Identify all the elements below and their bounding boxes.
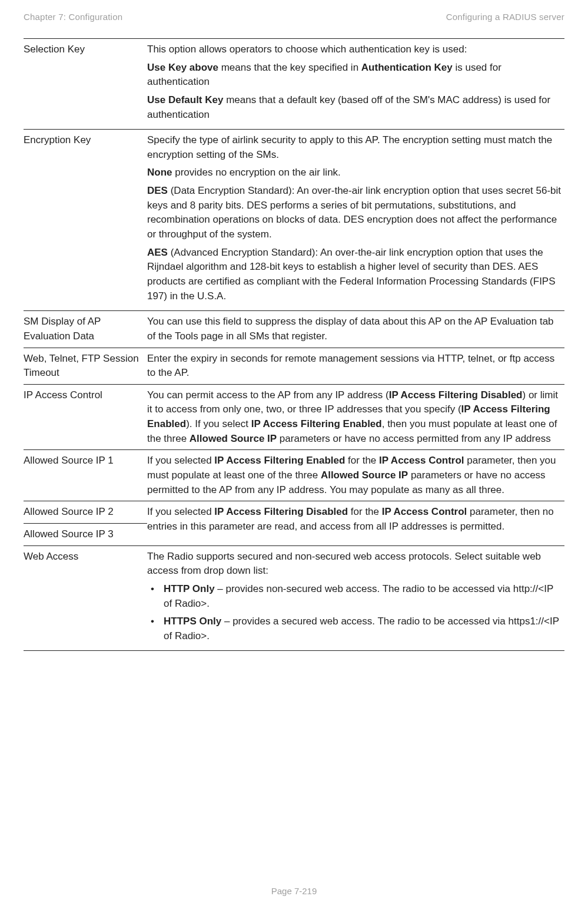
text: – provides a secured web access. The rad… bbox=[164, 616, 559, 641]
bold: IP Access Filtering Disabled bbox=[389, 389, 523, 401]
text: Use Default Key means that a default key… bbox=[147, 93, 562, 122]
page-footer: Page 7-219 bbox=[0, 886, 588, 896]
text: None provides no encryption on the air l… bbox=[147, 166, 562, 180]
text: Use Key above means that the key specifi… bbox=[147, 61, 562, 90]
bold: AES bbox=[147, 247, 168, 258]
desc-selection-key: This option allows operators to choose w… bbox=[147, 39, 564, 130]
page-header: Chapter 7: Configuration Configuring a R… bbox=[24, 12, 564, 22]
label-allowed-2: Allowed Source IP 2 bbox=[24, 501, 147, 524]
row-allowed-1: Allowed Source IP 1 If you selected IP A… bbox=[24, 450, 564, 501]
bold: IP Access Filtering Disabled bbox=[214, 506, 348, 517]
bold: None bbox=[147, 167, 172, 178]
bold: Allowed Source IP bbox=[190, 433, 277, 444]
bold: DES bbox=[147, 185, 168, 196]
text: for the bbox=[345, 455, 379, 466]
text: means that the key specified in bbox=[218, 62, 361, 73]
bold: Allowed Source IP bbox=[321, 469, 408, 481]
desc-session-timeout: Enter the expiry in seconds for remote m… bbox=[147, 348, 564, 384]
desc-encryption-key: Specify the type of airlink security to … bbox=[147, 130, 564, 311]
text: Specify the type of airlink security to … bbox=[147, 133, 562, 162]
bold: IP Access Filtering Enabled bbox=[214, 455, 345, 466]
bold: HTTP Only bbox=[164, 583, 215, 594]
desc-sm-display: You can use this field to suppress the d… bbox=[147, 311, 564, 348]
row-allowed-2: Allowed Source IP 2 If you selected IP A… bbox=[24, 501, 564, 524]
text: ). If you select bbox=[186, 418, 251, 429]
bullet-list: HTTP Only – provides non-secured web acc… bbox=[147, 582, 562, 644]
text: provides no encryption on the air link. bbox=[172, 167, 341, 178]
list-item: HTTP Only – provides non-secured web acc… bbox=[147, 582, 562, 611]
text: DES (Data Encryption Standard): An over-… bbox=[147, 184, 562, 242]
bold: Use Default Key bbox=[147, 94, 223, 105]
text: parameters or have no access permitted f… bbox=[277, 433, 551, 444]
row-ip-access: IP Access Control You can permit access … bbox=[24, 384, 564, 450]
header-left: Chapter 7: Configuration bbox=[24, 12, 122, 22]
bold: Use Key above bbox=[147, 62, 218, 73]
row-selection-key: Selection Key This option allows operato… bbox=[24, 39, 564, 130]
label-encryption-key: Encryption Key bbox=[24, 130, 147, 311]
text: for the bbox=[348, 506, 382, 517]
text: – provides non-secured web access. The r… bbox=[164, 583, 553, 609]
text: If you selected bbox=[147, 506, 214, 517]
bold: IP Access Filtering Enabled bbox=[251, 418, 382, 429]
label-ip-access: IP Access Control bbox=[24, 384, 147, 450]
row-encryption-key: Encryption Key Specify the type of airli… bbox=[24, 130, 564, 311]
bold: IP Access Control bbox=[379, 455, 464, 466]
text: This option allows operators to choose w… bbox=[147, 42, 562, 57]
text: The Radio supports secured and non-secur… bbox=[147, 550, 562, 578]
label-selection-key: Selection Key bbox=[24, 39, 147, 130]
bold: IP Access Control bbox=[382, 506, 467, 517]
row-web-access: Web Access The Radio supports secured an… bbox=[24, 545, 564, 651]
desc-allowed-1: If you selected IP Access Filtering Enab… bbox=[147, 450, 564, 501]
list-item: HTTPS Only – provides a secured web acce… bbox=[147, 614, 562, 643]
row-session-timeout: Web, Telnet, FTP Session Timeout Enter t… bbox=[24, 348, 564, 384]
attributes-table: Selection Key This option allows operato… bbox=[24, 38, 564, 651]
label-sm-display: SM Display of AP Evaluation Data bbox=[24, 311, 147, 348]
text: AES (Advanced Encryption Standard): An o… bbox=[147, 246, 562, 304]
row-sm-display: SM Display of AP Evaluation Data You can… bbox=[24, 311, 564, 348]
label-web-access: Web Access bbox=[24, 545, 147, 651]
desc-web-access: The Radio supports secured and non-secur… bbox=[147, 545, 564, 651]
text: (Data Encryption Standard): An over-the-… bbox=[147, 185, 561, 240]
text: You can permit access to the AP from any… bbox=[147, 389, 389, 401]
label-allowed-3: Allowed Source IP 3 bbox=[24, 523, 147, 545]
header-right: Configuring a RADIUS server bbox=[446, 12, 564, 22]
bold: Authentication Key bbox=[361, 62, 453, 73]
text: (Advanced Encryption Standard): An over-… bbox=[147, 247, 556, 302]
bold: HTTPS Only bbox=[164, 616, 221, 627]
text: If you selected bbox=[147, 455, 214, 466]
desc-ip-access: You can permit access to the AP from any… bbox=[147, 384, 564, 450]
label-session-timeout: Web, Telnet, FTP Session Timeout bbox=[24, 348, 147, 384]
desc-allowed-2-3: If you selected IP Access Filtering Disa… bbox=[147, 501, 564, 545]
label-allowed-1: Allowed Source IP 1 bbox=[24, 450, 147, 501]
